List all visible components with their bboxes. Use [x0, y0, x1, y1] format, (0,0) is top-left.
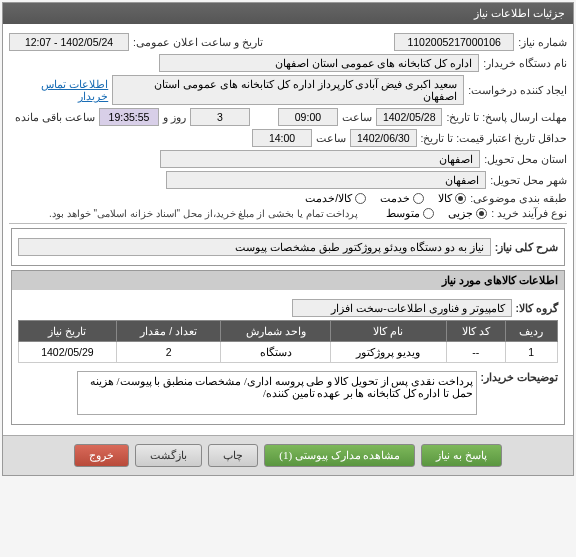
radio-icon: [423, 208, 434, 219]
validity-date: 1402/06/30: [350, 129, 417, 147]
city-value: اصفهان: [166, 171, 486, 189]
radio-icon: [476, 208, 487, 219]
province-label: استان محل تحویل:: [484, 153, 567, 165]
th-idx: ردیف: [505, 321, 557, 342]
details-panel: جزئیات اطلاعات نیاز شماره نیاز: 11020052…: [2, 2, 574, 476]
radio-icon: [455, 193, 466, 204]
subject-option-both[interactable]: کالا/خدمت: [305, 192, 366, 204]
items-title: اطلاعات کالاهای مورد نیاز: [12, 271, 564, 290]
th-qty: تعداد / مقدار: [116, 321, 221, 342]
th-date: تاریخ نیاز: [19, 321, 117, 342]
buyer-label: نام دستگاه خریدار:: [483, 57, 567, 69]
desc-box: شرح کلی نیاز: نیاز به دو دستگاه ویدئو پر…: [11, 228, 565, 266]
time-label-2: ساعت: [316, 132, 346, 144]
buyer-notes-label: توضیحات خریدار:: [481, 371, 558, 383]
table-row[interactable]: 1 -- ویدیو پروژکتور دستگاه 2 1402/05/29: [19, 342, 558, 363]
panel-title: جزئیات اطلاعات نیاز: [3, 3, 573, 24]
attachments-button[interactable]: مشاهده مدارک پیوستی (1): [264, 444, 415, 467]
th-unit: واحد شمارش: [221, 321, 331, 342]
process-label: نوع فرآیند خرید :: [491, 207, 567, 219]
items-box: اطلاعات کالاهای مورد نیاز گروه کالا: کام…: [11, 270, 565, 425]
th-name: نام کالا: [330, 321, 446, 342]
cell-date: 1402/05/29: [19, 342, 117, 363]
group-label: گروه کالا:: [516, 302, 558, 314]
announce-value: 1402/05/24 - 12:07: [9, 33, 129, 51]
remain-label-3: ساعت باقی مانده: [15, 111, 95, 123]
remain-days: 3: [190, 108, 250, 126]
contact-link[interactable]: اطلاعات تماس خریدار: [9, 78, 108, 102]
group-value: کامپیوتر و فناوری اطلاعات-سخت افزار: [292, 299, 512, 317]
city-label: شهر محل تحویل:: [490, 174, 567, 186]
remain-time: 19:35:55: [99, 108, 159, 126]
respond-button[interactable]: پاسخ به نیاز: [421, 444, 502, 467]
buyer-value: اداره کل کتابخانه های عمومی استان اصفهان: [159, 54, 479, 72]
buyer-notes-value: پرداخت نقدی پس از تحویل کالا و طی پروسه …: [77, 371, 477, 415]
validity-label: حداقل تاریخ اعتبار قیمت: تا تاریخ:: [421, 132, 567, 144]
cell-qty: 2: [116, 342, 221, 363]
subject-option-khedmat[interactable]: خدمت: [380, 192, 424, 204]
th-code: کد کالا: [446, 321, 505, 342]
button-bar: پاسخ به نیاز مشاهده مدارک پیوستی (1) چاپ…: [3, 435, 573, 475]
print-button[interactable]: چاپ: [208, 444, 258, 467]
cell-idx: 1: [505, 342, 557, 363]
creator-label: ایجاد کننده درخواست:: [468, 84, 567, 96]
desc-label: شرح کلی نیاز:: [495, 241, 558, 253]
process-option-small[interactable]: جزیی: [448, 207, 487, 219]
deadline-time: 09:00: [278, 108, 338, 126]
need-no-value: 1102005217000106: [394, 33, 514, 51]
process-radio-group: جزیی متوسط: [386, 207, 487, 219]
subject-option-kala[interactable]: کالا: [438, 192, 466, 204]
process-option-medium[interactable]: متوسط: [386, 207, 434, 219]
form-area: شماره نیاز: 1102005217000106 تاریخ و ساع…: [3, 24, 573, 435]
exit-button[interactable]: خروج: [74, 444, 129, 467]
cell-name: ویدیو پروژکتور: [330, 342, 446, 363]
items-table: ردیف کد کالا نام کالا واحد شمارش تعداد /…: [18, 320, 558, 363]
cell-unit: دستگاه: [221, 342, 331, 363]
table-header-row: ردیف کد کالا نام کالا واحد شمارش تعداد /…: [19, 321, 558, 342]
creator-value: سعید اکبری فیض آبادی کارپرداز اداره کل ک…: [112, 75, 464, 105]
radio-icon: [355, 193, 366, 204]
subject-radio-group: کالا خدمت کالا/خدمت: [305, 192, 466, 204]
divider: [9, 223, 567, 224]
deadline-label: مهلت ارسال پاسخ: تا تاریخ:: [446, 111, 567, 123]
need-no-label: شماره نیاز:: [518, 36, 567, 48]
province-value: اصفهان: [160, 150, 480, 168]
payment-note: پرداخت تمام یا بخشی از مبلغ خرید،از محل …: [49, 208, 358, 219]
time-label-1: ساعت: [342, 111, 372, 123]
subject-label: طبقه بندی موضوعی:: [470, 192, 567, 204]
cell-code: --: [446, 342, 505, 363]
radio-icon: [413, 193, 424, 204]
remain-label-2: روز و: [163, 111, 186, 123]
deadline-date: 1402/05/28: [376, 108, 443, 126]
announce-label: تاریخ و ساعت اعلان عمومی:: [133, 36, 263, 48]
desc-value: نیاز به دو دستگاه ویدئو پروژکتور طبق مشخ…: [18, 238, 491, 256]
validity-time: 14:00: [252, 129, 312, 147]
back-button[interactable]: بازگشت: [135, 444, 202, 467]
